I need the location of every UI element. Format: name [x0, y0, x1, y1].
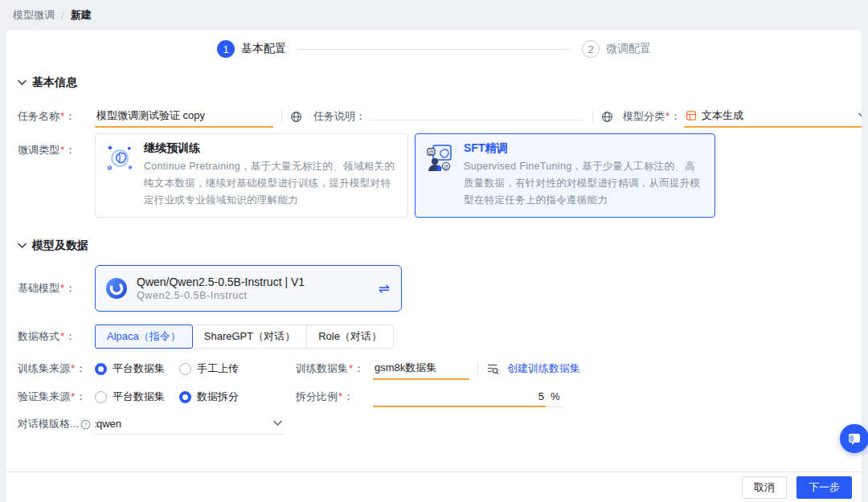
stepper: 1 基本配置 2 微调配置	[6, 37, 862, 61]
step-basic-config[interactable]: 1 基本配置	[217, 40, 286, 58]
chevron-down-icon	[273, 420, 282, 426]
radio-platform-dataset[interactable]: 平台数据集	[95, 361, 165, 376]
task-desc-input[interactable]	[369, 112, 584, 120]
radio-dot	[179, 363, 191, 375]
finetune-card-title: 继续预训练	[144, 141, 398, 156]
footer-bar: 取消 下一步	[6, 471, 862, 502]
radio-dot	[95, 391, 107, 403]
globe-icon[interactable]	[601, 111, 613, 123]
radio-manual-upload[interactable]: 手工上传	[179, 361, 239, 376]
svg-text:?: ?	[84, 421, 87, 428]
step-label: 微调配置	[606, 42, 651, 56]
breadcrumb-current: 新建	[71, 8, 92, 22]
row-train-source: 训练集来源*： 平台数据集 手工上传 训练数据集*： gsm8k数据集 创建训练…	[18, 357, 580, 380]
required-asterisk: *	[665, 110, 669, 122]
cancel-button[interactable]: 取消	[742, 476, 787, 499]
required-asterisk: *	[60, 144, 64, 156]
required-asterisk: *	[338, 390, 342, 402]
row-finetune-type: 微调类型*： 继续预训练 Co	[18, 133, 715, 218]
help-icon[interactable]: ?	[80, 419, 91, 430]
chevron-down-icon	[18, 80, 27, 86]
valid-source-label: 验证集来源*：	[18, 390, 95, 404]
radio-data-split[interactable]: 数据拆分	[179, 390, 239, 404]
train-source-label: 训练集来源*：	[18, 361, 95, 376]
data-format-option-alpaca[interactable]: Alpaca（指令）	[95, 324, 193, 349]
base-model-name: Qwen/Qwen2.5-0.5B-Instruct | V1	[137, 275, 370, 288]
chat-template-value: qwen	[96, 418, 121, 430]
base-model-version: Qwen2.5-0.5B-Instruct	[137, 290, 370, 301]
base-model-label: 基础模型*：	[18, 281, 95, 296]
model-category-value: 文本生成	[702, 108, 743, 123]
row-data-format: 数据格式*： Alpaca（指令） ShareGPT（对话） Role（对话）	[18, 324, 394, 349]
row-valid-source: 验证集来源*： 平台数据集 数据拆分 拆分比例*： 5 %	[18, 386, 563, 408]
assistant-fab[interactable]	[840, 424, 868, 453]
section-title: 基本信息	[32, 76, 77, 90]
finetune-type-label: 微调类型*：	[18, 143, 95, 157]
field-divider	[281, 110, 282, 123]
split-ratio-input[interactable]: 5	[373, 387, 546, 407]
finetune-card-title: SFT精调	[464, 141, 705, 156]
split-ratio-label: 拆分比例*：	[296, 390, 373, 404]
finetune-card-desc: Supervised FineTuning，基于少量人工标注的、高质量数据，有针…	[464, 158, 705, 209]
chat-template-select[interactable]: qwen	[95, 414, 284, 435]
finetune-card-sft[interactable]: @ @ SFT精调 Supervised FineTuning，基于少量人工标注…	[415, 133, 715, 218]
base-model-card[interactable]: Qwen/Qwen2.5-0.5B-Instruct | V1 Qwen2.5-…	[95, 265, 402, 312]
task-name-input[interactable]: 模型微调测试验证 copy	[95, 105, 273, 128]
task-desc-label: 任务说明：	[313, 109, 366, 124]
dataset-search-icon[interactable]	[486, 362, 499, 375]
finetune-card-desc: Continue Pretraining，基于大量无标注的、领域相关的纯文本数据…	[144, 158, 398, 209]
category-icon	[686, 110, 697, 121]
brain-icon	[105, 143, 134, 173]
field-divider	[477, 362, 478, 375]
step-number: 1	[217, 40, 235, 58]
globe-icon[interactable]	[290, 111, 302, 123]
main-panel: 1 基本配置 2 微调配置 基本信息 任务名称*： 模型微调测试验证 copy …	[6, 31, 862, 502]
model-category-select[interactable]: 文本生成	[684, 105, 868, 128]
breadcrumb: 模型微调 / 新建	[0, 0, 868, 31]
split-ratio-suffix: %	[546, 387, 563, 407]
svg-text:@: @	[428, 149, 434, 155]
step-number: 2	[582, 40, 600, 58]
required-asterisk: *	[71, 362, 75, 374]
required-asterisk: *	[349, 362, 353, 374]
chat-template-label: 对话模版格... ? ：	[18, 417, 95, 431]
model-category-label: 模型分类*：	[623, 109, 681, 124]
required-asterisk: *	[60, 330, 64, 342]
row-base-model: 基础模型*： Qwen/Qwen2.5-0.5B-Instruct | V1 Q…	[18, 265, 402, 312]
row-chat-template: 对话模版格... ? ： qwen	[18, 414, 284, 435]
train-dataset-input[interactable]: gsm8k数据集	[373, 357, 469, 380]
chevron-down-icon	[18, 243, 27, 249]
stepper-connector	[297, 49, 571, 50]
step-finetune-config[interactable]: 2 微调配置	[582, 40, 651, 58]
svg-text:@: @	[444, 164, 449, 169]
required-asterisk: *	[71, 390, 75, 402]
section-model-data[interactable]: 模型及数据	[18, 239, 88, 253]
data-format-option-sharegpt[interactable]: ShareGPT（对话）	[193, 324, 307, 349]
field-divider	[592, 110, 593, 123]
qwen-logo	[105, 277, 128, 300]
radio-dot	[179, 391, 191, 403]
breadcrumb-parent[interactable]: 模型微调	[13, 8, 55, 22]
assistant-icon	[845, 430, 863, 447]
data-format-option-role[interactable]: Role（对话）	[307, 324, 394, 349]
finetune-card-continue-pretraining[interactable]: 继续预训练 Continue Pretraining，基于大量无标注的、领域相关…	[95, 133, 408, 218]
step-label: 基本配置	[241, 42, 286, 56]
create-train-dataset-link[interactable]: 创建训练数据集	[507, 361, 580, 376]
radio-platform-dataset-valid[interactable]: 平台数据集	[95, 390, 165, 404]
data-format-label: 数据格式*：	[18, 329, 95, 344]
task-name-label: 任务名称*：	[18, 109, 95, 124]
sft-person-icon: @ @	[425, 143, 454, 173]
radio-dot	[95, 363, 107, 375]
next-step-button[interactable]: 下一步	[796, 476, 852, 499]
required-asterisk: *	[60, 282, 64, 294]
required-asterisk: *	[60, 110, 64, 122]
row-basic-fields: 任务名称*： 模型微调测试验证 copy 任务说明： 模型分类*： 文本生成	[18, 105, 868, 128]
swap-icon[interactable]: ⇌	[379, 280, 390, 297]
section-basic-info[interactable]: 基本信息	[18, 76, 77, 90]
breadcrumb-separator: /	[61, 10, 64, 22]
data-format-segmented: Alpaca（指令） ShareGPT（对话） Role（对话）	[95, 324, 394, 349]
train-dataset-label: 训练数据集*：	[296, 361, 373, 376]
section-title: 模型及数据	[32, 239, 88, 253]
